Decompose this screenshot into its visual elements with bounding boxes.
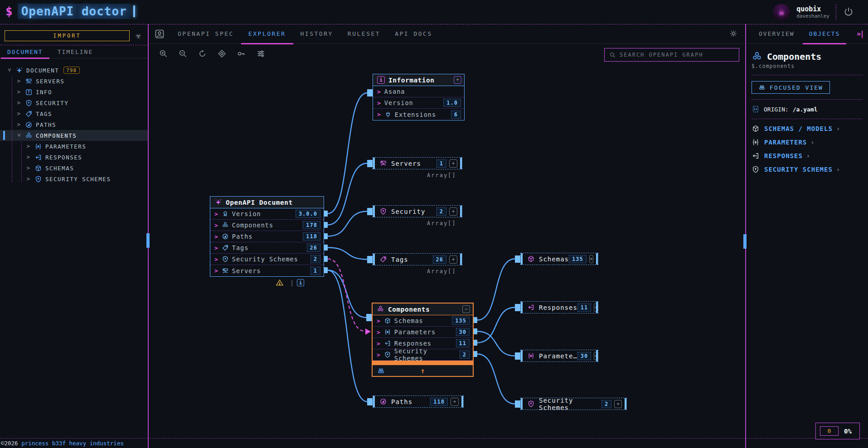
value-badge: 26 xyxy=(433,255,446,264)
avatar[interactable]: ☠ xyxy=(773,4,790,21)
chevron-right-icon[interactable]: > xyxy=(25,143,32,149)
openapi-document-node[interactable]: OpenAPI Document>Version3.0.0>Components… xyxy=(210,196,324,277)
expand-node-button[interactable]: + xyxy=(454,76,461,84)
tab-api-docs[interactable]: API DOCS xyxy=(388,24,440,43)
chevron-right-icon[interactable]: > xyxy=(16,100,22,106)
chevron-right-icon: > xyxy=(377,111,381,118)
tree-item-responses[interactable]: >RESPONSES xyxy=(0,152,148,163)
tree-item-schemas[interactable]: >SCHEMAS xyxy=(0,163,148,173)
components-node[interactable]: Components−>Schemas135>Parameters30>Resp… xyxy=(372,303,474,377)
expand-node-button[interactable]: + xyxy=(451,398,459,406)
power-button[interactable] xyxy=(843,6,854,18)
chevron-right-icon[interactable]: > xyxy=(16,78,22,84)
tree-item-paths[interactable]: >PATHS xyxy=(0,119,148,130)
sidebar-tab-timeline[interactable]: TIMELINE xyxy=(50,46,101,58)
security-node[interactable]: Security2+ xyxy=(373,205,462,217)
object-link-schemas-models[interactable]: SCHEMAS / MODELS› xyxy=(752,122,868,135)
panel-tab-objects[interactable]: OBJECTS xyxy=(802,24,848,43)
node-row-version[interactable]: >Version1.0 xyxy=(373,97,464,109)
value-badge: 135 xyxy=(569,255,587,263)
secschemes-node[interactable]: Security Schemes2+ xyxy=(520,398,627,410)
node-port xyxy=(474,351,477,357)
compass-icon xyxy=(379,398,387,405)
tree-item-parameters[interactable]: >PARAMETERS xyxy=(0,141,148,152)
node-row-security-schemes[interactable]: >Security Schemes2 xyxy=(210,254,324,265)
tab-ruleset[interactable]: RULESET xyxy=(340,24,388,43)
chevron-down-icon[interactable]: > xyxy=(6,67,13,73)
key-icon[interactable] xyxy=(236,49,246,59)
person-icon[interactable] xyxy=(154,29,165,39)
zoom-value[interactable]: 0 xyxy=(820,426,839,436)
chevron-right-icon[interactable]: > xyxy=(16,121,22,128)
tree-item-label: SERVERS xyxy=(36,78,64,85)
diamond-icon[interactable] xyxy=(217,49,227,59)
information-node[interactable]: iInformation+>Asana>Version1.0>Extension… xyxy=(373,74,465,120)
response-icon xyxy=(527,303,535,311)
chevron-right-icon[interactable]: > xyxy=(25,154,32,160)
biohazard-icon[interactable]: ☣ xyxy=(132,29,144,41)
expand-node-button[interactable]: + xyxy=(594,352,598,360)
object-link-responses[interactable]: RESPONSES› xyxy=(752,149,868,163)
focused-view-button[interactable]: FOCUSED VIEW xyxy=(752,81,830,94)
tree-item-servers[interactable]: >SERVERS xyxy=(0,76,148,87)
node-port xyxy=(367,89,373,96)
object-link-parameters[interactable]: PARAMETERS› xyxy=(752,135,868,149)
zoom-out-icon[interactable] xyxy=(178,49,188,59)
node-row-paths[interactable]: >Paths118 xyxy=(210,231,324,242)
expand-node-button[interactable]: + xyxy=(614,400,622,408)
node-row-tags[interactable]: >Tags26 xyxy=(210,242,324,254)
chevron-down-icon[interactable]: > xyxy=(16,132,22,139)
sidebar-tab-document[interactable]: DOCUMENT xyxy=(0,46,50,58)
collapse-panel-icon[interactable]: »| xyxy=(857,29,863,38)
search-input[interactable] xyxy=(620,52,739,58)
edge-doc-tags xyxy=(328,248,367,260)
gear-icon[interactable] xyxy=(728,29,738,39)
node-port xyxy=(367,160,373,167)
import-button[interactable]: IMPORT xyxy=(5,30,130,41)
chevron-right-icon[interactable]: > xyxy=(25,165,32,171)
paths-node[interactable]: Paths118+ xyxy=(373,395,464,408)
tree-item-security-schemes[interactable]: >SECURITY SCHEMES xyxy=(0,173,148,184)
expand-node-button[interactable]: + xyxy=(589,255,593,263)
zoom-in-icon[interactable] xyxy=(158,49,168,59)
node-row-servers[interactable]: >Servers1 xyxy=(210,265,324,276)
expand-node-button[interactable]: + xyxy=(449,159,457,168)
servers-node[interactable]: Servers1+ xyxy=(373,157,462,169)
tree-item-info[interactable]: >INFO xyxy=(0,87,148,97)
chevron-right-icon[interactable]: > xyxy=(16,111,22,117)
tree-item-tags[interactable]: >TAGS xyxy=(0,108,148,119)
node-row-version[interactable]: >Version3.0.0 xyxy=(210,208,324,220)
brand-link[interactable]: princess b33f heavy industries xyxy=(21,440,124,447)
tree-item-document[interactable]: >DOCUMENT798 xyxy=(0,65,148,76)
schemas-node[interactable]: Schemas135+ xyxy=(520,253,598,265)
expand-node-button[interactable]: + xyxy=(449,255,457,264)
panel-tab-overview[interactable]: OVERVIEW xyxy=(752,24,802,43)
left-scroll-handle[interactable] xyxy=(146,233,150,248)
scroll-up-arrow[interactable]: ↑ xyxy=(373,366,473,375)
chevron-right-icon[interactable]: > xyxy=(16,89,22,95)
node-row-security-schemes[interactable]: >Security Schemes2 xyxy=(373,349,473,361)
chevron-right-icon[interactable]: > xyxy=(25,176,32,182)
tab-explorer[interactable]: EXPLORER xyxy=(241,24,293,43)
expand-node-button[interactable]: + xyxy=(594,303,598,312)
tab-history[interactable]: HISTORY xyxy=(293,24,340,43)
right-scroll-handle[interactable] xyxy=(743,234,747,249)
node-row-parameters[interactable]: >Parameters30 xyxy=(373,327,473,338)
parameters-node[interactable]: Paramete…30+ xyxy=(520,350,598,362)
tree-item-security[interactable]: >SECURITY xyxy=(0,97,148,108)
expand-node-button[interactable]: + xyxy=(449,207,457,216)
tab-openapi-spec[interactable]: OPENAPI SPEC xyxy=(170,24,241,43)
tags-node[interactable]: Tags26+ xyxy=(373,253,462,265)
object-link-security-schemes[interactable]: SECURITY SCHEMES› xyxy=(752,163,868,176)
node-row-components[interactable]: >Components178 xyxy=(210,220,324,231)
cube-icon xyxy=(384,317,391,324)
value-badge: 30 xyxy=(456,328,470,336)
rotate-icon[interactable] xyxy=(197,49,207,59)
responses-node[interactable]: Responses11+ xyxy=(520,301,598,313)
node-row-asana[interactable]: >Asana xyxy=(373,86,464,97)
collapse-node-button[interactable]: − xyxy=(462,305,470,313)
sliders-icon[interactable] xyxy=(256,49,266,59)
tree-item-components[interactable]: >COMPONENTS xyxy=(0,130,148,141)
node-row-extensions[interactable]: >Extensions6 xyxy=(373,109,464,120)
node-row-schemas[interactable]: >Schemas135 xyxy=(373,315,473,327)
